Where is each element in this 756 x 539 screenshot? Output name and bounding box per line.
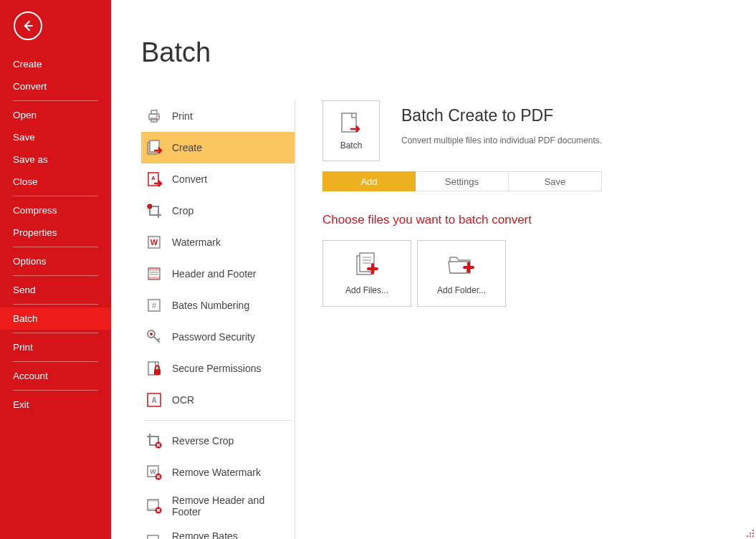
svg-point-49 [747,535,748,537]
batch-header: Batch Create to PDF Convert multiple fil… [401,106,742,146]
svg-rect-6 [151,110,157,114]
tab-save[interactable]: Save [509,171,602,191]
ocr-icon: A [145,391,163,409]
svg-text:A: A [151,396,156,404]
convert-icon: A [145,170,163,189]
batch-action-label: OCR [172,394,194,406]
batch-action-label: Bates Numbering [172,300,249,311]
batch-action-remove-bates-numbering[interactable]: #Remove Bates Numbering [141,524,295,539]
batch-action-remove-header-and-footer[interactable]: Remove Header and Footer [141,488,295,524]
batch-tile[interactable]: Batch [322,100,380,161]
batch-action-label: Secure Permissions [172,363,262,374]
resize-grip[interactable] [746,529,755,538]
create-icon [145,138,163,157]
batch-action-label: Convert [172,173,207,185]
batch-action-bates-numbering[interactable]: #Bates Numbering [141,290,295,321]
svg-text:#: # [152,301,157,310]
svg-rect-5 [149,114,159,120]
file-tile-label: Add Files... [345,285,388,295]
batch-action-label: Crop [172,205,193,216]
content-area: Batch PrintCreateAConvertCropWWatermarkH… [111,0,756,539]
sidebar-groups: CreateConvertOpenSaveSave asCloseCompres… [0,53,111,416]
bates-icon: # [145,296,163,315]
batch-tabs: AddSettingsSave [322,171,742,191]
sidebar-item-save-as[interactable]: Save as [0,148,111,171]
back-button[interactable] [14,11,42,40]
add-files-icon [353,252,381,280]
sidebar-item-save[interactable]: Save [0,126,111,148]
svg-text:A: A [151,175,155,181]
svg-text:W: W [150,238,158,247]
sidebar-item-send[interactable]: Send [0,279,111,301]
batch-action-remove-watermark[interactable]: WRemove Watermark [141,457,295,488]
batch-action-crop[interactable]: Crop [141,195,295,226]
remove-watermark-icon: W [145,463,163,482]
page-title: Batch [141,37,756,68]
batch-action-label: Watermark [172,237,221,248]
sidebar-item-options[interactable]: Options [0,250,111,272]
batch-action-create[interactable]: Create [141,132,295,163]
batch-action-print[interactable]: Print [141,100,295,132]
svg-point-46 [752,530,754,531]
batch-action-label: Remove Watermark [172,467,261,478]
sidebar-item-close[interactable]: Close [0,171,111,193]
sidebar-item-convert[interactable]: Convert [0,75,111,97]
svg-rect-34 [148,500,158,502]
svg-point-24 [150,333,153,335]
svg-point-48 [752,533,754,534]
svg-point-50 [750,535,751,537]
tab-add[interactable]: Add [322,171,416,191]
svg-rect-18 [148,277,160,280]
file-menu-sidebar: CreateConvertOpenSaveSave asCloseCompres… [0,0,111,539]
svg-point-8 [156,115,158,117]
batch-action-label: Reverse Crop [172,435,234,447]
header-footer-icon [145,264,163,283]
file-tile-label: Add Folder... [437,285,486,295]
sidebar-item-batch[interactable]: Batch [0,307,111,330]
sidebar-item-open[interactable]: Open [0,104,111,126]
batch-action-reverse-crop[interactable]: Reverse Crop [141,425,295,457]
batch-action-secure-permissions[interactable]: Secure Permissions [141,353,295,384]
batch-action-label: Print [172,110,193,122]
svg-text:W: W [150,468,156,475]
add-folder-icon [447,252,476,280]
batch-action-password-security[interactable]: Password Security [141,321,295,353]
sidebar-item-account[interactable]: Account [0,365,111,387]
add-folder-tile[interactable]: Add Folder... [417,240,506,307]
add-files-tile[interactable]: Add Files... [322,240,411,307]
sidebar-item-compress[interactable]: Compress [0,199,111,221]
batch-action-label: Create [172,142,202,153]
batch-action-ocr[interactable]: AOCR [141,384,295,416]
sidebar-item-exit[interactable]: Exit [0,393,111,416]
svg-point-47 [750,533,751,534]
remove-header-footer-icon [145,497,163,515]
svg-rect-26 [154,369,161,375]
svg-point-51 [752,535,754,537]
lock-icon [145,359,163,378]
file-tiles: Add Files...Add Folder... [322,240,742,307]
batch-action-list: PrintCreateAConvertCropWWatermarkHeader … [141,100,295,539]
batch-tile-label: Batch [340,140,363,151]
svg-rect-13 [148,204,152,209]
batch-action-header-and-footer[interactable]: Header and Footer [141,258,295,290]
batch-action-label: Header and Footer [172,268,257,280]
batch-description: Convert multiple files into individual P… [401,135,742,146]
batch-detail-panel: Batch Batch Create to PDF Convert multip… [322,100,742,307]
sidebar-item-print[interactable]: Print [0,336,111,358]
batch-icon [340,112,362,136]
printer-icon [145,107,163,125]
batch-action-label: Remove Header and Footer [172,495,289,517]
batch-action-convert[interactable]: AConvert [141,163,295,195]
choose-files-label: Choose files you want to batch convert [322,213,742,227]
batch-action-watermark[interactable]: WWatermark [141,226,295,258]
tab-settings[interactable]: Settings [416,171,509,191]
remove-bates-icon: # [145,533,163,539]
watermark-icon: W [145,233,163,252]
batch-action-label: Password Security [172,331,255,343]
reverse-crop-icon [145,431,163,450]
svg-rect-17 [148,268,160,271]
password-icon [145,328,163,346]
batch-title: Batch Create to PDF [401,106,742,125]
sidebar-item-properties[interactable]: Properties [0,221,111,244]
sidebar-item-create[interactable]: Create [0,53,111,75]
